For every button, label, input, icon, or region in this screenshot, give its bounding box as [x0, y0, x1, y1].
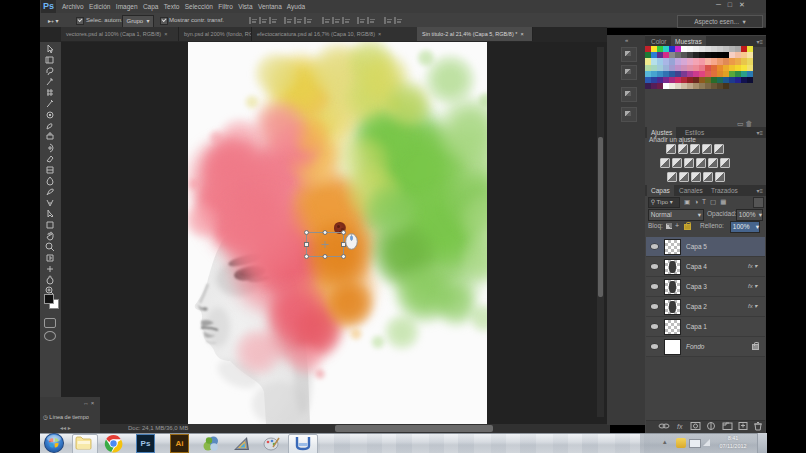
svg-text:fx: fx [677, 423, 683, 430]
